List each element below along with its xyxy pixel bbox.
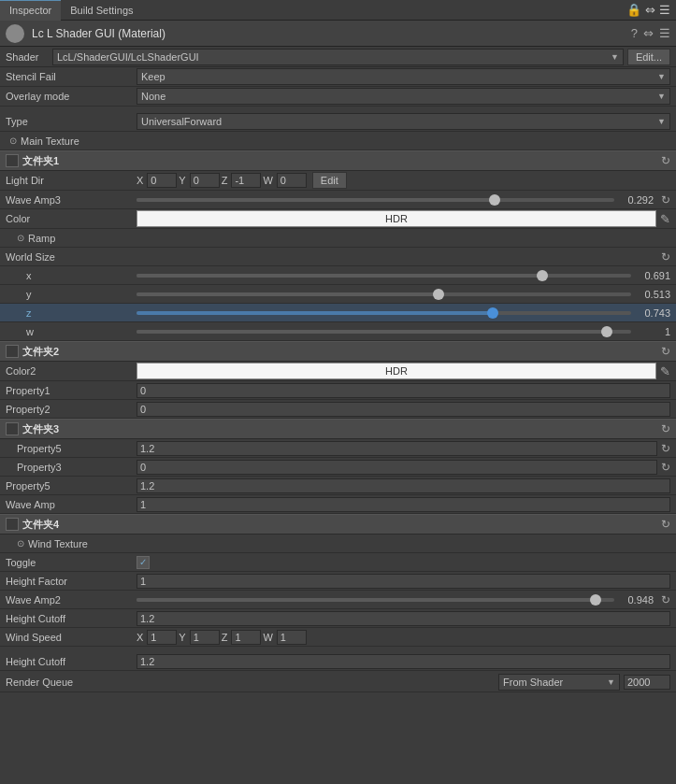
light-dir-edit-button[interactable]: Edit bbox=[312, 172, 347, 189]
tab-icons: 🔒 ⇔ ☰ bbox=[626, 3, 676, 17]
property3-refresh-icon[interactable]: ↻ bbox=[661, 461, 670, 474]
color-label: Color bbox=[6, 213, 137, 224]
property3-label: Property3 bbox=[6, 462, 137, 473]
more-icon[interactable]: ☰ bbox=[659, 26, 670, 40]
section1-checkbox[interactable] bbox=[6, 154, 19, 167]
light-dir-w[interactable] bbox=[277, 173, 307, 188]
wave-amp2-track[interactable] bbox=[137, 598, 614, 602]
expand-icon[interactable]: ⇔ bbox=[643, 26, 654, 40]
height-cutoff-row: Height Cutoff 1.2 bbox=[0, 652, 676, 671]
world-size-refresh-icon[interactable]: ↻ bbox=[661, 250, 670, 264]
tab-inspector[interactable]: Inspector bbox=[0, 0, 61, 21]
stencil-fail-dropdown[interactable]: Keep ▼ bbox=[137, 68, 670, 85]
property1-label: Property1 bbox=[6, 385, 137, 396]
property5-s3-value[interactable]: 1.2 bbox=[137, 441, 657, 456]
type-arrow-icon: ▼ bbox=[657, 117, 666, 126]
wind-speed-y[interactable] bbox=[190, 630, 220, 645]
render-queue-dropdown[interactable]: From Shader ▼ bbox=[498, 674, 620, 691]
overlay-mode-arrow-icon: ▼ bbox=[657, 92, 666, 101]
section4-refresh-icon[interactable]: ↻ bbox=[661, 518, 670, 531]
main-texture-radio: ⊙ bbox=[9, 135, 17, 146]
section3-checkbox[interactable] bbox=[6, 422, 19, 435]
type-dropdown[interactable]: UniversalForward ▼ bbox=[137, 113, 670, 130]
world-size-z-thumb[interactable] bbox=[487, 307, 498, 319]
world-size-x-track[interactable] bbox=[137, 274, 631, 278]
toggle-label: Toggle bbox=[6, 557, 137, 568]
wave-amp2-refresh-icon[interactable]: ↻ bbox=[661, 593, 670, 606]
property2-row: Property2 0 bbox=[0, 400, 676, 419]
world-size-y-thumb[interactable] bbox=[433, 289, 444, 300]
color2-picker-icon[interactable]: ✎ bbox=[660, 364, 670, 378]
ramp-row: ⊙ Ramp bbox=[0, 229, 676, 248]
world-size-z-track[interactable] bbox=[137, 311, 631, 315]
light-dir-y[interactable] bbox=[190, 173, 220, 188]
section1-header: 文件夹1 ↻ bbox=[0, 150, 676, 171]
property3-value[interactable]: 0 bbox=[137, 460, 657, 475]
wave-amp2-value: 0.948 bbox=[618, 594, 654, 606]
property5-refresh-icon[interactable]: ↻ bbox=[661, 442, 670, 455]
wave-amp3-refresh-icon[interactable]: ↻ bbox=[661, 193, 670, 207]
color2-field[interactable]: HDR bbox=[137, 363, 656, 379]
section2-refresh-icon[interactable]: ↻ bbox=[661, 345, 670, 358]
type-row: Type UniversalForward ▼ bbox=[0, 112, 676, 132]
world-size-x-thumb[interactable] bbox=[537, 270, 548, 281]
section4-checkbox[interactable] bbox=[6, 518, 19, 531]
section3-refresh-icon[interactable]: ↻ bbox=[661, 422, 670, 435]
world-size-y-track[interactable] bbox=[137, 292, 631, 296]
stencil-fail-arrow-icon: ▼ bbox=[657, 72, 666, 81]
wind-speed-w[interactable] bbox=[277, 630, 307, 645]
toggle-checkbox[interactable]: ✓ bbox=[137, 556, 150, 569]
wave-amp-label: Wave Amp bbox=[6, 499, 137, 510]
section2-checkbox[interactable] bbox=[6, 345, 19, 358]
world-size-w-thumb[interactable] bbox=[601, 326, 612, 337]
property2-value[interactable]: 0 bbox=[137, 402, 670, 417]
world-size-w-track[interactable] bbox=[137, 330, 631, 334]
help-icon[interactable]: ? bbox=[631, 26, 638, 40]
light-dir-z[interactable] bbox=[231, 173, 261, 188]
wind-speed-z[interactable] bbox=[231, 630, 261, 645]
property1-value[interactable]: 0 bbox=[137, 383, 670, 398]
wave-amp2-fill bbox=[137, 598, 596, 602]
overlay-mode-row: Overlay mode None ▼ bbox=[0, 87, 676, 107]
stencil-fail-row: Stencil Fail Keep ▼ bbox=[0, 67, 676, 87]
property2-label: Property2 bbox=[6, 404, 137, 415]
wave-amp3-fill bbox=[137, 198, 495, 202]
height-cutoff-s4-value[interactable]: 1.2 bbox=[137, 611, 670, 626]
world-size-z-value: 0.743 bbox=[635, 307, 670, 319]
color-field[interactable]: HDR bbox=[137, 210, 656, 227]
wave-amp3-value: 0.292 bbox=[618, 194, 654, 206]
wave-amp-value[interactable]: 1 bbox=[137, 497, 670, 512]
world-size-w-axis: w bbox=[6, 326, 137, 337]
section1-refresh-icon[interactable]: ↻ bbox=[661, 154, 670, 167]
section1-title: 文件夹1 bbox=[22, 154, 657, 168]
wind-speed-label: Wind Speed bbox=[6, 632, 137, 643]
height-cutoff-label: Height Cutoff bbox=[6, 656, 137, 667]
section4-title: 文件夹4 bbox=[22, 518, 657, 532]
wave-amp2-thumb[interactable] bbox=[590, 594, 601, 606]
wave-amp3-track[interactable] bbox=[137, 198, 614, 202]
property5b-value[interactable]: 1.2 bbox=[137, 478, 670, 493]
wind-w-label: W bbox=[263, 632, 272, 643]
world-size-x-row: x 0.691 bbox=[0, 266, 676, 285]
light-dir-x[interactable] bbox=[147, 173, 177, 188]
color2-hdr-label: HDR bbox=[385, 365, 408, 377]
height-cutoff-s4-label: Height Cutoff bbox=[6, 613, 137, 624]
color-picker-icon[interactable]: ✎ bbox=[660, 212, 670, 226]
tab-bar: Inspector Build Settings 🔒 ⇔ ☰ bbox=[0, 0, 676, 21]
height-factor-value[interactable]: 1 bbox=[137, 574, 670, 589]
title-text: Lc L Shader GUI (Material) bbox=[32, 27, 631, 40]
wave-amp3-thumb[interactable] bbox=[489, 194, 500, 206]
shader-dropdown[interactable]: LcL/ShaderGUI/LcLShaderGUI ▼ bbox=[52, 49, 624, 65]
layout-icon: ⇔ bbox=[645, 3, 655, 17]
edit-shader-button[interactable]: Edit... bbox=[627, 49, 670, 65]
w-label: W bbox=[263, 175, 272, 186]
property5b-label: Property5 bbox=[6, 480, 137, 492]
wind-speed-x[interactable] bbox=[147, 630, 177, 645]
overlay-mode-dropdown[interactable]: None ▼ bbox=[137, 88, 670, 105]
light-dir-row: Light Dir X Y Z W Edit bbox=[0, 171, 676, 191]
main-texture-row: ⊙ Main Texture bbox=[0, 132, 676, 150]
tab-build-settings[interactable]: Build Settings bbox=[61, 0, 142, 21]
height-cutoff-value[interactable]: 1.2 bbox=[137, 654, 670, 669]
render-queue-value[interactable] bbox=[624, 675, 670, 690]
y-label: Y bbox=[179, 175, 185, 186]
